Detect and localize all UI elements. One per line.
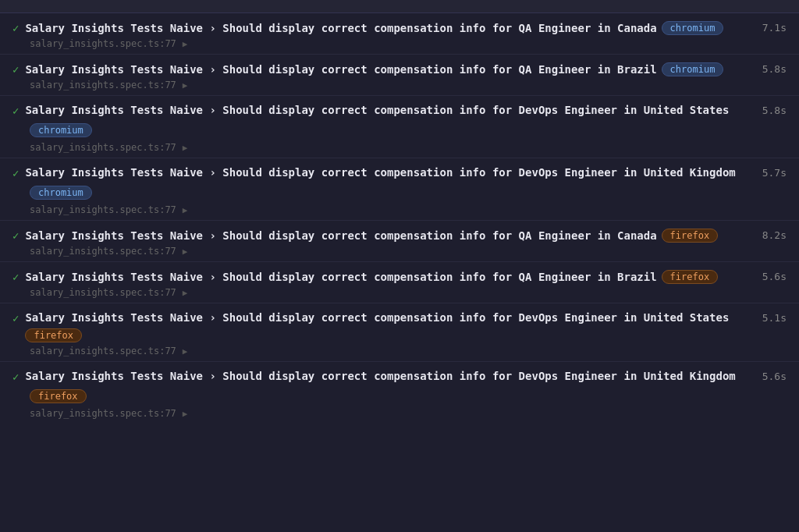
play-icon[interactable]: ▶	[183, 246, 188, 257]
play-icon[interactable]: ▶	[183, 288, 188, 298]
test-main-line: ✓ Salary Insights Tests Naive › Should d…	[12, 104, 787, 117]
play-icon[interactable]: ▶	[183, 39, 188, 49]
play-icon[interactable]: ▶	[183, 346, 188, 356]
test-meta-line: salary_insights.spec.ts:77 ▶	[30, 246, 787, 257]
test-title: Salary Insights Tests Naive › Should dis…	[25, 63, 656, 76]
browser-badge: chromium	[662, 62, 724, 76]
browser-badge: firefox	[25, 328, 82, 342]
test-left: ✓ Salary Insights Tests Naive › Should d…	[12, 370, 756, 383]
browser-badge: firefox	[30, 389, 87, 403]
file-ref: salary_insights.spec.ts:77	[30, 287, 176, 298]
badge-line: chromium	[30, 184, 787, 200]
browser-badge: firefox	[662, 270, 719, 284]
test-duration: 5.8s	[762, 105, 787, 116]
test-left: ✓ Salary Insights Tests Naive › Should d…	[12, 21, 756, 35]
test-title-wrap: Salary Insights Tests Naive › Should dis…	[25, 370, 755, 382]
test-row: ✓ Salary Insights Tests Naive › Should d…	[0, 221, 799, 262]
test-main-line: ✓ Salary Insights Tests Naive › Should d…	[12, 21, 787, 35]
test-main-line: ✓ Salary Insights Tests Naive › Should d…	[12, 270, 787, 284]
play-icon[interactable]: ▶	[183, 409, 188, 419]
test-left: ✓ Salary Insights Tests Naive › Should d…	[12, 62, 756, 76]
test-title-wrap: Salary Insights Tests Naive › Should dis…	[25, 166, 755, 179]
test-meta-line: salary_insights.spec.ts:77 ▶	[30, 38, 787, 49]
pass-icon: ✓	[12, 371, 19, 383]
test-duration: 5.8s	[762, 63, 787, 75]
pass-icon: ✓	[12, 63, 19, 76]
test-meta-line: salary_insights.spec.ts:77 ▶	[30, 408, 787, 419]
pass-icon: ✓	[12, 229, 19, 242]
test-title-wrap: Salary Insights Tests Naive › Should dis…	[25, 229, 755, 243]
badge-line: chromium	[30, 122, 787, 137]
test-meta-line: salary_insights.spec.ts:77 ▶	[30, 80, 787, 90]
test-meta-line: salary_insights.spec.ts:77 ▶	[30, 204, 787, 215]
test-title: Salary Insights Tests Naive › Should dis…	[25, 311, 729, 324]
test-results-container: ✓ Salary Insights Tests Naive › Should d…	[0, 0, 799, 532]
file-ref: salary_insights.spec.ts:77	[30, 142, 176, 153]
play-icon[interactable]: ▶	[183, 80, 188, 90]
pass-icon: ✓	[12, 312, 19, 325]
test-title-wrap: Salary Insights Tests Naive › Should dis…	[25, 62, 755, 76]
test-duration: 5.1s	[762, 312, 787, 324]
file-ref: salary_insights.spec.ts:77	[30, 204, 176, 215]
test-duration: 5.6s	[762, 371, 787, 382]
test-title-wrap: Salary Insights Tests Naive › Should dis…	[25, 104, 755, 116]
test-title: Salary Insights Tests Naive › Should dis…	[25, 22, 656, 34]
test-meta-line: salary_insights.spec.ts:77 ▶	[30, 346, 787, 356]
file-header	[0, 0, 799, 13]
pass-icon: ✓	[12, 271, 19, 283]
test-left: ✓ Salary Insights Tests Naive › Should d…	[12, 311, 756, 342]
browser-badge: chromium	[30, 123, 92, 137]
file-ref: salary_insights.spec.ts:77	[30, 246, 176, 257]
test-duration: 8.2s	[762, 229, 787, 241]
test-title-wrap: Salary Insights Tests Naive › Should dis…	[25, 270, 755, 284]
test-title-wrap: Salary Insights Tests Naive › Should dis…	[25, 21, 755, 35]
test-main-line: ✓ Salary Insights Tests Naive › Should d…	[12, 311, 787, 342]
test-main-line: ✓ Salary Insights Tests Naive › Should d…	[12, 62, 787, 76]
test-left: ✓ Salary Insights Tests Naive › Should d…	[12, 270, 756, 284]
test-title: Salary Insights Tests Naive › Should dis…	[25, 166, 735, 179]
test-title: Salary Insights Tests Naive › Should dis…	[25, 229, 656, 242]
test-title: Salary Insights Tests Naive › Should dis…	[25, 104, 729, 116]
test-left: ✓ Salary Insights Tests Naive › Should d…	[12, 166, 756, 179]
file-ref: salary_insights.spec.ts:77	[30, 408, 176, 419]
test-title: Salary Insights Tests Naive › Should dis…	[25, 370, 735, 382]
file-ref: salary_insights.spec.ts:77	[30, 80, 176, 90]
test-list: ✓ Salary Insights Tests Naive › Should d…	[0, 13, 799, 424]
browser-badge: chromium	[662, 21, 724, 35]
pass-icon: ✓	[12, 167, 19, 179]
test-meta-line: salary_insights.spec.ts:77 ▶	[30, 287, 787, 298]
test-row: ✓ Salary Insights Tests Naive › Should d…	[0, 158, 799, 221]
pass-icon: ✓	[12, 105, 19, 117]
test-title-wrap: Salary Insights Tests Naive › Should dis…	[25, 311, 755, 342]
badge-line: firefox	[30, 388, 787, 403]
test-duration: 7.1s	[762, 22, 787, 34]
test-main-line: ✓ Salary Insights Tests Naive › Should d…	[12, 166, 787, 179]
test-row: ✓ Salary Insights Tests Naive › Should d…	[0, 362, 799, 424]
play-icon[interactable]: ▶	[183, 143, 188, 153]
test-duration: 5.6s	[762, 271, 787, 282]
test-row: ✓ Salary Insights Tests Naive › Should d…	[0, 262, 799, 303]
pass-icon: ✓	[12, 22, 19, 34]
test-duration: 5.7s	[762, 167, 787, 179]
test-left: ✓ Salary Insights Tests Naive › Should d…	[12, 104, 756, 117]
browser-badge: chromium	[30, 186, 92, 200]
test-row: ✓ Salary Insights Tests Naive › Should d…	[0, 303, 799, 362]
browser-badge: firefox	[662, 229, 719, 243]
file-ref: salary_insights.spec.ts:77	[30, 346, 176, 356]
test-row: ✓ Salary Insights Tests Naive › Should d…	[0, 96, 799, 158]
test-row: ✓ Salary Insights Tests Naive › Should d…	[0, 13, 799, 55]
test-row: ✓ Salary Insights Tests Naive › Should d…	[0, 55, 799, 96]
test-title: Salary Insights Tests Naive › Should dis…	[25, 271, 656, 283]
test-left: ✓ Salary Insights Tests Naive › Should d…	[12, 229, 756, 243]
play-icon[interactable]: ▶	[183, 205, 188, 215]
test-main-line: ✓ Salary Insights Tests Naive › Should d…	[12, 229, 787, 243]
test-main-line: ✓ Salary Insights Tests Naive › Should d…	[12, 370, 787, 383]
file-ref: salary_insights.spec.ts:77	[30, 38, 176, 49]
test-meta-line: salary_insights.spec.ts:77 ▶	[30, 142, 787, 153]
